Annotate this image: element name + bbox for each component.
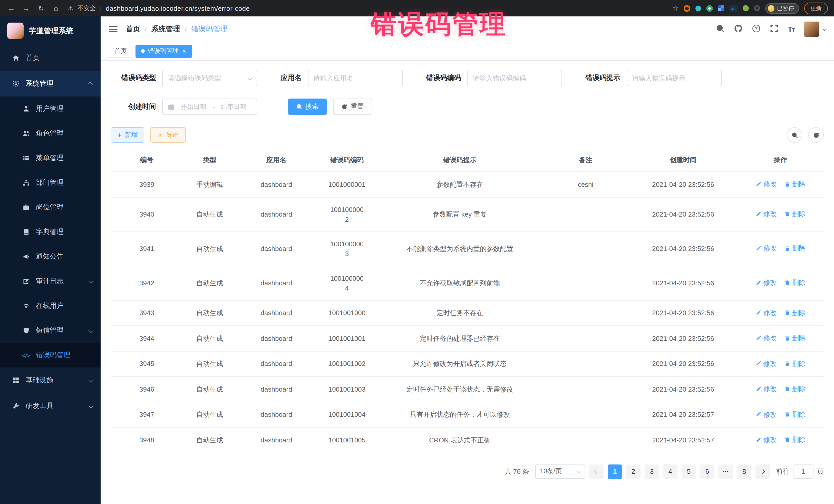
page-button-5[interactable]: 5 bbox=[682, 464, 696, 479]
help-icon[interactable]: ? bbox=[752, 24, 760, 34]
delete-link[interactable]: 删除 bbox=[784, 179, 806, 189]
cell-type: 自动生成 bbox=[183, 427, 237, 453]
sidebar-item-user-management[interactable]: 用户管理 bbox=[0, 96, 101, 121]
page-button-1[interactable]: 1 bbox=[608, 464, 622, 479]
delete-link[interactable]: 删除 bbox=[784, 308, 806, 317]
delete-link[interactable]: 删除 bbox=[784, 243, 806, 253]
refresh-button[interactable] bbox=[808, 127, 824, 143]
delete-link[interactable]: 删除 bbox=[784, 358, 806, 368]
cell-app: dashboard bbox=[237, 266, 316, 300]
cell-remark bbox=[542, 402, 629, 427]
app-logo[interactable]: 芋道管理系统 bbox=[0, 17, 101, 45]
delete-link[interactable]: 删除 bbox=[784, 333, 806, 343]
sidebar-item-notice[interactable]: 通知公告 bbox=[0, 244, 101, 269]
sidebar-item-sms-management[interactable]: 短信管理 bbox=[0, 318, 101, 343]
edit-link[interactable]: 修改 bbox=[755, 409, 777, 419]
cell-remark bbox=[542, 197, 629, 232]
shield-icon bbox=[22, 327, 30, 334]
sidebar-item-infrastructure[interactable]: 基础设施 bbox=[0, 368, 101, 393]
sidebar-item-system-management[interactable]: 系统管理 bbox=[0, 71, 101, 96]
filter-app-label: 应用名 bbox=[281, 73, 302, 83]
delete-link[interactable]: 删除 bbox=[784, 409, 806, 419]
page-ellipsis[interactable]: ••• bbox=[719, 464, 733, 479]
update-button[interactable]: 更新 bbox=[804, 2, 828, 14]
page-button-3[interactable]: 3 bbox=[644, 464, 659, 479]
page-size-select[interactable]: 10条/页 bbox=[535, 464, 585, 479]
security-label[interactable]: 不安全 bbox=[78, 4, 96, 13]
tab-error-code[interactable]: 错误码管理 × bbox=[135, 44, 192, 58]
sidebar-item-online-users[interactable]: 在线用户 bbox=[0, 293, 101, 318]
breadcrumb-home[interactable]: 首页 bbox=[126, 24, 140, 34]
sidebar-item-role-management[interactable]: 角色管理 bbox=[0, 121, 101, 146]
reset-button[interactable]: 重置 bbox=[333, 98, 372, 115]
sidebar-item-label: 字典管理 bbox=[36, 227, 64, 237]
close-icon[interactable]: × bbox=[182, 48, 186, 54]
header-search-icon[interactable] bbox=[716, 24, 724, 34]
error-type-select[interactable]: 请选择错误码类型 bbox=[162, 70, 257, 86]
page-button-6[interactable]: 6 bbox=[700, 464, 715, 479]
browser-home-icon[interactable]: ⌂ bbox=[51, 4, 61, 12]
app-name-input[interactable] bbox=[313, 74, 397, 82]
sidebar-item-audit-log[interactable]: 审计日志 bbox=[0, 269, 101, 293]
edit-link[interactable]: 修改 bbox=[755, 384, 777, 394]
browser-reload-icon[interactable]: ↻ bbox=[36, 4, 46, 12]
extension-icon-6[interactable] bbox=[743, 5, 749, 11]
delete-link[interactable]: 删除 bbox=[784, 209, 806, 219]
address-bar[interactable]: ⚠ 不安全 | dashboard.yudao.iocoder.cn/syste… bbox=[68, 4, 667, 13]
edit-link[interactable]: 修改 bbox=[755, 308, 777, 317]
cell-time: 2021-04-20 23:52:56 bbox=[629, 232, 737, 266]
browser-back-icon[interactable]: ← bbox=[6, 4, 17, 12]
create-time-range-picker[interactable]: 开始日期 - 结束日期 bbox=[162, 98, 257, 115]
extension-icon-2[interactable] bbox=[696, 5, 701, 11]
column-header: 应用名 bbox=[237, 149, 316, 172]
font-size-icon[interactable]: TT bbox=[788, 25, 794, 34]
breadcrumb-system[interactable]: 系统管理 bbox=[151, 24, 180, 34]
edit-link[interactable]: 修改 bbox=[755, 179, 777, 189]
extension-icon-3[interactable] bbox=[706, 5, 713, 12]
export-button[interactable]: 导出 bbox=[150, 127, 186, 143]
paused-badge[interactable]: 已暂停 bbox=[765, 3, 799, 14]
cell-time: 2021-04-20 23:52:56 bbox=[629, 172, 737, 197]
extension-icon-4[interactable] bbox=[718, 5, 724, 11]
sidebar-item-dept-management[interactable]: 部门管理 bbox=[0, 170, 101, 195]
sidebar-item-home[interactable]: 首页 bbox=[0, 45, 101, 71]
extension-icon-7[interactable] bbox=[754, 5, 760, 11]
prev-page-button[interactable] bbox=[589, 464, 603, 479]
page-button-8[interactable]: 8 bbox=[737, 464, 751, 479]
error-code-input[interactable] bbox=[473, 74, 556, 82]
next-page-button[interactable] bbox=[755, 464, 770, 479]
add-button[interactable]: + 新增 bbox=[111, 127, 144, 143]
url-text[interactable]: dashboard.yudao.iocoder.cn/system/error-… bbox=[106, 4, 250, 12]
edit-link[interactable]: 修改 bbox=[755, 358, 777, 368]
delete-link[interactable]: 删除 bbox=[784, 278, 806, 288]
cell-code: 1001000003 bbox=[316, 232, 378, 266]
goto-page-input[interactable] bbox=[793, 464, 813, 479]
error-hint-input[interactable] bbox=[632, 74, 716, 82]
edit-link[interactable]: 修改 bbox=[755, 435, 777, 444]
edit-link[interactable]: 修改 bbox=[755, 243, 777, 253]
search-button[interactable]: 搜索 bbox=[288, 98, 327, 115]
toggle-search-button[interactable] bbox=[787, 127, 802, 143]
sidebar-item-post-management[interactable]: 岗位管理 bbox=[0, 195, 101, 220]
tab-home[interactable]: 首页 bbox=[109, 44, 132, 58]
page-button-4[interactable]: 4 bbox=[663, 464, 678, 479]
extension-icon-1[interactable] bbox=[684, 5, 690, 12]
browser-forward-icon[interactable]: → bbox=[21, 4, 31, 12]
edit-link[interactable]: 修改 bbox=[755, 333, 777, 343]
edit-link[interactable]: 修改 bbox=[755, 209, 777, 219]
edit-link[interactable]: 修改 bbox=[755, 278, 777, 288]
sidebar-item-menu-management[interactable]: 菜单管理 bbox=[0, 146, 101, 170]
page-button-2[interactable]: 2 bbox=[626, 464, 640, 479]
cell-id: 3939 bbox=[111, 172, 183, 197]
github-icon[interactable] bbox=[734, 24, 742, 34]
sidebar-item-dev-tools[interactable]: 研发工具 bbox=[0, 393, 101, 419]
delete-link[interactable]: 删除 bbox=[784, 435, 806, 444]
hamburger-icon[interactable] bbox=[109, 26, 117, 32]
delete-link[interactable]: 删除 bbox=[784, 384, 806, 394]
user-menu[interactable] bbox=[804, 21, 826, 37]
fullscreen-icon[interactable] bbox=[770, 24, 778, 34]
sidebar-item-dict-management[interactable]: 字典管理 bbox=[0, 220, 101, 244]
extension-icon-5[interactable]: on bbox=[729, 5, 738, 12]
sidebar-item-error-code-management[interactable]: </>错误码管理 bbox=[0, 343, 101, 368]
bookmark-star-icon[interactable]: ☆ bbox=[672, 4, 679, 12]
